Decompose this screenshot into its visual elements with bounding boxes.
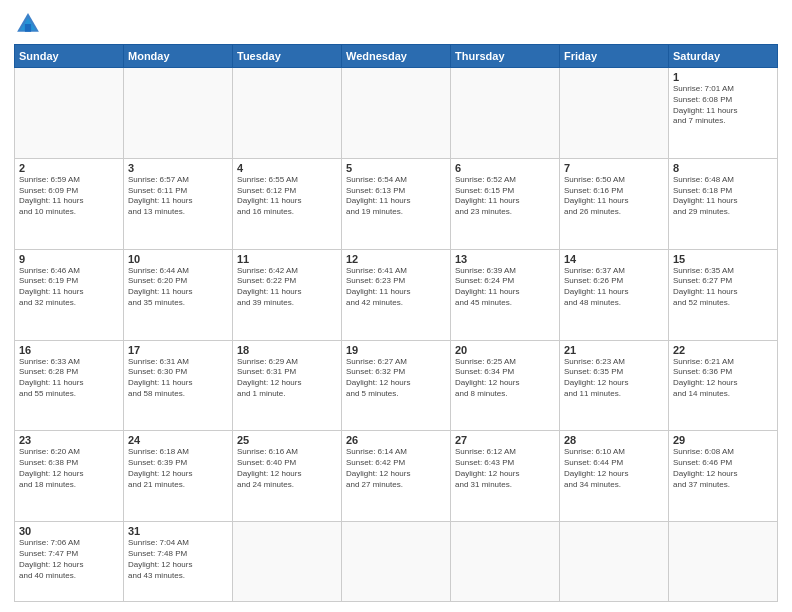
calendar-cell: 21Sunrise: 6:23 AM Sunset: 6:35 PM Dayli… [560, 340, 669, 431]
calendar-cell: 6Sunrise: 6:52 AM Sunset: 6:15 PM Daylig… [451, 158, 560, 249]
calendar-cell: 19Sunrise: 6:27 AM Sunset: 6:32 PM Dayli… [342, 340, 451, 431]
calendar-cell: 2Sunrise: 6:59 AM Sunset: 6:09 PM Daylig… [15, 158, 124, 249]
day-info: Sunrise: 7:06 AM Sunset: 7:47 PM Dayligh… [19, 538, 119, 581]
day-number: 6 [455, 162, 555, 174]
day-info: Sunrise: 6:37 AM Sunset: 6:26 PM Dayligh… [564, 266, 664, 309]
week-row-1: 2Sunrise: 6:59 AM Sunset: 6:09 PM Daylig… [15, 158, 778, 249]
week-row-3: 16Sunrise: 6:33 AM Sunset: 6:28 PM Dayli… [15, 340, 778, 431]
calendar-cell: 27Sunrise: 6:12 AM Sunset: 6:43 PM Dayli… [451, 431, 560, 522]
calendar-cell [451, 522, 560, 602]
header [14, 10, 778, 38]
day-number: 5 [346, 162, 446, 174]
day-info: Sunrise: 6:23 AM Sunset: 6:35 PM Dayligh… [564, 357, 664, 400]
calendar-cell: 26Sunrise: 6:14 AM Sunset: 6:42 PM Dayli… [342, 431, 451, 522]
weekday-header-saturday: Saturday [669, 45, 778, 68]
calendar-cell: 17Sunrise: 6:31 AM Sunset: 6:30 PM Dayli… [124, 340, 233, 431]
weekday-header-tuesday: Tuesday [233, 45, 342, 68]
week-row-4: 23Sunrise: 6:20 AM Sunset: 6:38 PM Dayli… [15, 431, 778, 522]
day-number: 9 [19, 253, 119, 265]
day-info: Sunrise: 6:46 AM Sunset: 6:19 PM Dayligh… [19, 266, 119, 309]
calendar-cell [233, 68, 342, 159]
day-number: 23 [19, 434, 119, 446]
day-number: 26 [346, 434, 446, 446]
weekday-header-wednesday: Wednesday [342, 45, 451, 68]
day-info: Sunrise: 6:41 AM Sunset: 6:23 PM Dayligh… [346, 266, 446, 309]
weekday-header-sunday: Sunday [15, 45, 124, 68]
day-info: Sunrise: 6:08 AM Sunset: 6:46 PM Dayligh… [673, 447, 773, 490]
calendar-cell [342, 522, 451, 602]
weekday-header-friday: Friday [560, 45, 669, 68]
svg-rect-3 [25, 24, 31, 32]
calendar-cell: 28Sunrise: 6:10 AM Sunset: 6:44 PM Dayli… [560, 431, 669, 522]
day-number: 22 [673, 344, 773, 356]
calendar-cell: 31Sunrise: 7:04 AM Sunset: 7:48 PM Dayli… [124, 522, 233, 602]
day-info: Sunrise: 6:48 AM Sunset: 6:18 PM Dayligh… [673, 175, 773, 218]
day-info: Sunrise: 6:12 AM Sunset: 6:43 PM Dayligh… [455, 447, 555, 490]
week-row-2: 9Sunrise: 6:46 AM Sunset: 6:19 PM Daylig… [15, 249, 778, 340]
day-info: Sunrise: 6:21 AM Sunset: 6:36 PM Dayligh… [673, 357, 773, 400]
day-info: Sunrise: 7:01 AM Sunset: 6:08 PM Dayligh… [673, 84, 773, 127]
day-number: 19 [346, 344, 446, 356]
day-number: 20 [455, 344, 555, 356]
calendar-cell: 29Sunrise: 6:08 AM Sunset: 6:46 PM Dayli… [669, 431, 778, 522]
day-info: Sunrise: 6:42 AM Sunset: 6:22 PM Dayligh… [237, 266, 337, 309]
week-row-5: 30Sunrise: 7:06 AM Sunset: 7:47 PM Dayli… [15, 522, 778, 602]
day-info: Sunrise: 6:39 AM Sunset: 6:24 PM Dayligh… [455, 266, 555, 309]
day-number: 11 [237, 253, 337, 265]
day-number: 8 [673, 162, 773, 174]
day-number: 21 [564, 344, 664, 356]
calendar-cell: 11Sunrise: 6:42 AM Sunset: 6:22 PM Dayli… [233, 249, 342, 340]
day-info: Sunrise: 7:04 AM Sunset: 7:48 PM Dayligh… [128, 538, 228, 581]
calendar-cell: 23Sunrise: 6:20 AM Sunset: 6:38 PM Dayli… [15, 431, 124, 522]
calendar-cell [451, 68, 560, 159]
calendar-cell: 20Sunrise: 6:25 AM Sunset: 6:34 PM Dayli… [451, 340, 560, 431]
day-info: Sunrise: 6:20 AM Sunset: 6:38 PM Dayligh… [19, 447, 119, 490]
day-number: 28 [564, 434, 664, 446]
calendar-cell [560, 522, 669, 602]
day-number: 24 [128, 434, 228, 446]
day-number: 15 [673, 253, 773, 265]
weekday-header-row: SundayMondayTuesdayWednesdayThursdayFrid… [15, 45, 778, 68]
calendar-page: SundayMondayTuesdayWednesdayThursdayFrid… [0, 0, 792, 612]
calendar-cell [342, 68, 451, 159]
weekday-header-thursday: Thursday [451, 45, 560, 68]
calendar-cell [560, 68, 669, 159]
day-number: 30 [19, 525, 119, 537]
calendar-cell: 15Sunrise: 6:35 AM Sunset: 6:27 PM Dayli… [669, 249, 778, 340]
calendar-cell [15, 68, 124, 159]
day-number: 10 [128, 253, 228, 265]
day-info: Sunrise: 6:25 AM Sunset: 6:34 PM Dayligh… [455, 357, 555, 400]
day-info: Sunrise: 6:52 AM Sunset: 6:15 PM Dayligh… [455, 175, 555, 218]
calendar-cell: 22Sunrise: 6:21 AM Sunset: 6:36 PM Dayli… [669, 340, 778, 431]
day-number: 13 [455, 253, 555, 265]
calendar-cell: 7Sunrise: 6:50 AM Sunset: 6:16 PM Daylig… [560, 158, 669, 249]
day-number: 16 [19, 344, 119, 356]
day-info: Sunrise: 6:14 AM Sunset: 6:42 PM Dayligh… [346, 447, 446, 490]
calendar-cell: 9Sunrise: 6:46 AM Sunset: 6:19 PM Daylig… [15, 249, 124, 340]
calendar-cell [233, 522, 342, 602]
calendar-table: SundayMondayTuesdayWednesdayThursdayFrid… [14, 44, 778, 602]
day-number: 31 [128, 525, 228, 537]
day-number: 18 [237, 344, 337, 356]
day-number: 2 [19, 162, 119, 174]
day-number: 4 [237, 162, 337, 174]
calendar-cell: 8Sunrise: 6:48 AM Sunset: 6:18 PM Daylig… [669, 158, 778, 249]
calendar-cell: 10Sunrise: 6:44 AM Sunset: 6:20 PM Dayli… [124, 249, 233, 340]
calendar-cell: 13Sunrise: 6:39 AM Sunset: 6:24 PM Dayli… [451, 249, 560, 340]
weekday-header-monday: Monday [124, 45, 233, 68]
calendar-cell [124, 68, 233, 159]
day-info: Sunrise: 6:44 AM Sunset: 6:20 PM Dayligh… [128, 266, 228, 309]
calendar-cell: 5Sunrise: 6:54 AM Sunset: 6:13 PM Daylig… [342, 158, 451, 249]
calendar-cell: 4Sunrise: 6:55 AM Sunset: 6:12 PM Daylig… [233, 158, 342, 249]
calendar-cell: 18Sunrise: 6:29 AM Sunset: 6:31 PM Dayli… [233, 340, 342, 431]
calendar-cell: 25Sunrise: 6:16 AM Sunset: 6:40 PM Dayli… [233, 431, 342, 522]
day-info: Sunrise: 6:10 AM Sunset: 6:44 PM Dayligh… [564, 447, 664, 490]
day-number: 27 [455, 434, 555, 446]
day-info: Sunrise: 6:55 AM Sunset: 6:12 PM Dayligh… [237, 175, 337, 218]
calendar-cell: 3Sunrise: 6:57 AM Sunset: 6:11 PM Daylig… [124, 158, 233, 249]
day-number: 7 [564, 162, 664, 174]
day-number: 29 [673, 434, 773, 446]
day-info: Sunrise: 6:16 AM Sunset: 6:40 PM Dayligh… [237, 447, 337, 490]
day-info: Sunrise: 6:54 AM Sunset: 6:13 PM Dayligh… [346, 175, 446, 218]
day-info: Sunrise: 6:27 AM Sunset: 6:32 PM Dayligh… [346, 357, 446, 400]
